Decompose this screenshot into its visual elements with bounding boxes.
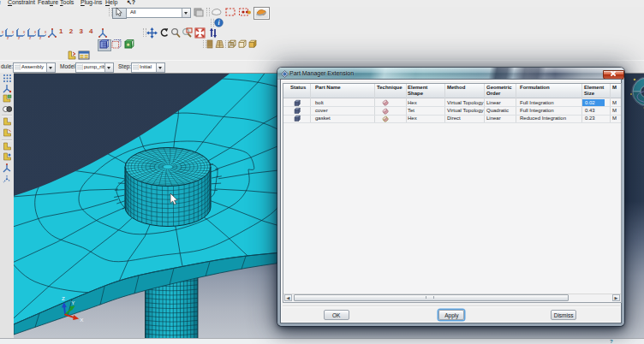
svg-text:x: x [12,30,15,34]
svg-text:X: X [80,317,83,323]
svg-text:Z: Z [62,295,65,301]
svg-text:x: x [2,30,4,34]
svg-text:Y: Y [71,300,75,305]
svg-text:x: x [34,30,37,34]
svg-text:x: x [23,30,26,34]
